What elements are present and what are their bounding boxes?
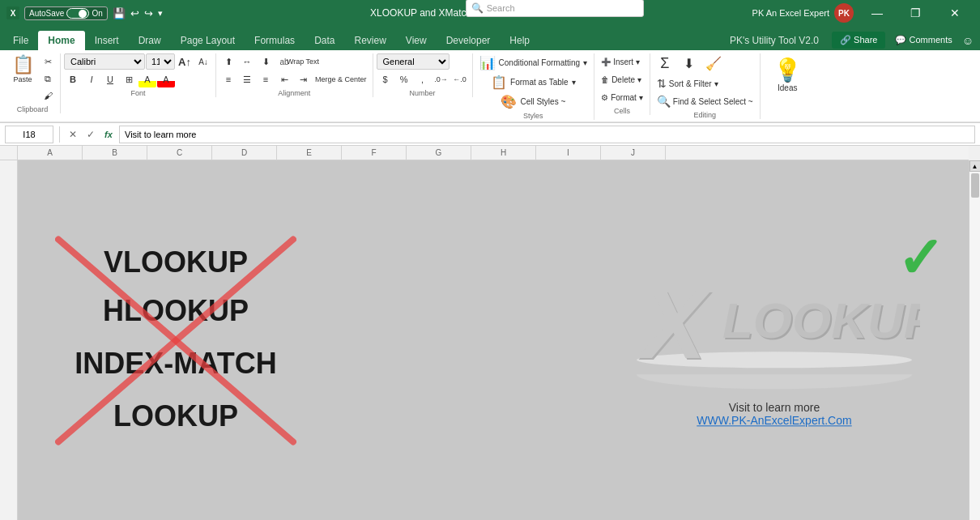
paste-button[interactable]: 📋 Paste: [8, 53, 37, 85]
sort-filter-button[interactable]: ⇅ Sort & Filter ▾: [654, 75, 722, 92]
decimal-dec-button[interactable]: ←.0: [451, 71, 469, 87]
formula-input[interactable]: [119, 126, 975, 143]
font-increase-button[interactable]: A↑: [176, 53, 194, 70]
editing-controls: Σ ⬇ 🧹 ⇅ Sort & Filter ▾ 🔍 Find &: [654, 53, 756, 109]
format-table-label: Format as Table: [510, 78, 569, 87]
tab-page-layout[interactable]: Page Layout: [171, 31, 245, 50]
select-dropdown-label: Select ~: [723, 97, 752, 106]
save-icon[interactable]: 💾: [113, 7, 126, 19]
autosum-button[interactable]: Σ: [654, 53, 676, 74]
borders-button[interactable]: ⊞: [120, 71, 138, 87]
align-center-button[interactable]: ☰: [238, 71, 256, 87]
formula-cancel-button[interactable]: ✕: [66, 127, 80, 142]
formula-confirm-button[interactable]: ✓: [83, 127, 98, 142]
vertical-scrollbar[interactable]: ▲ ▼: [969, 160, 980, 520]
format-dropdown-icon: ▾: [639, 93, 643, 102]
font-decrease-button[interactable]: A↓: [194, 53, 212, 70]
spreadsheet-canvas[interactable]: VLOOKUP HLOOKUP INDEX-MATCH LOOKUP: [18, 160, 969, 520]
clear-button[interactable]: 🧹: [702, 53, 725, 74]
bold-button[interactable]: B: [64, 71, 82, 87]
indent-inc-button[interactable]: ⇥: [294, 71, 312, 87]
cell-styles-button[interactable]: 🎨 Cell Styles ~: [476, 92, 591, 110]
underline-button[interactable]: U: [101, 71, 119, 87]
wrap-text-button[interactable]: Wrap Text: [294, 53, 312, 70]
scroll-thumb[interactable]: [971, 173, 979, 198]
search-box[interactable]: 🔍 Search: [466, 0, 644, 17]
align-middle-button[interactable]: ↔: [238, 53, 256, 70]
styles-label: Styles: [476, 112, 591, 120]
xlookup-display: ✓ X X LOOKUP LOOKUP: [628, 246, 920, 394]
close-button[interactable]: ✕: [936, 0, 974, 26]
tab-draw[interactable]: Draw: [129, 31, 171, 50]
format-table-button[interactable]: 📋 Format as Table ▾: [476, 73, 591, 91]
tab-file[interactable]: File: [3, 31, 38, 50]
format-icon: ⚙: [601, 93, 608, 102]
fill-button[interactable]: ⬇: [678, 53, 701, 74]
customize-icon[interactable]: ▾: [158, 8, 163, 19]
format-button[interactable]: ⚙ Format ▾: [598, 89, 646, 105]
scroll-up-button[interactable]: ▲: [969, 160, 981, 172]
insert-button[interactable]: ➕ Insert ▾: [598, 53, 643, 70]
undo-icon[interactable]: ↩: [130, 7, 139, 19]
ribbon-tabs-row: File Home Insert Draw Page Layout Formul…: [0, 26, 980, 50]
col-header-A: A: [18, 146, 83, 160]
number-format-select[interactable]: General: [377, 53, 450, 70]
conditional-formatting-button[interactable]: 📊 Conditional Formatting ▾: [476, 53, 591, 71]
tab-review[interactable]: Review: [344, 31, 395, 50]
tab-utility-tool[interactable]: PK's Utility Tool V2.0: [722, 31, 825, 50]
percent-button[interactable]: %: [395, 71, 413, 87]
col-header-B: B: [83, 146, 147, 160]
restore-button[interactable]: ❐: [897, 0, 935, 26]
smiley-icon[interactable]: ☺: [962, 34, 974, 47]
tab-developer[interactable]: Developer: [437, 31, 501, 50]
indent-dec-button[interactable]: ⇤: [275, 71, 293, 87]
delete-button[interactable]: 🗑 Delete ▾: [598, 71, 645, 87]
align-bottom-button[interactable]: ⬇: [257, 53, 275, 70]
font-size-select[interactable]: 11: [146, 53, 175, 70]
delete-label: Delete: [611, 75, 635, 84]
scroll-track[interactable]: [969, 172, 980, 520]
search-placeholder: Search: [487, 3, 515, 13]
align-right-button[interactable]: ≡: [257, 71, 275, 87]
autosave-toggle[interactable]: [66, 8, 89, 19]
italic-button[interactable]: I: [83, 71, 100, 87]
editing-row1: Σ ⬇ 🧹: [654, 53, 725, 74]
format-painter-button[interactable]: 🖌: [39, 87, 57, 104]
decimal-inc-button[interactable]: .0→: [432, 71, 450, 87]
insert-label: Insert: [613, 58, 633, 66]
redo-icon[interactable]: ↪: [144, 7, 153, 19]
font-color-button[interactable]: A: [157, 71, 175, 87]
align-left-button[interactable]: ≡: [219, 71, 237, 87]
tab-home[interactable]: Home: [38, 31, 84, 50]
svg-text:X: X: [637, 270, 712, 378]
insert-function-button[interactable]: fx: [101, 127, 116, 142]
font-family-select[interactable]: Calibri: [64, 53, 145, 70]
font-row1: Calibri 11 A↑ A↓: [64, 53, 212, 70]
share-button[interactable]: 🔗 Share: [832, 32, 885, 49]
font-row2: B I U ⊞ A A: [64, 71, 175, 87]
fill-color-button[interactable]: A: [138, 71, 156, 87]
cell-reference-input[interactable]: [5, 126, 53, 143]
comma-button[interactable]: ,: [414, 71, 432, 87]
clipboard-buttons: 📋 Paste ✂ ⧉ 🖌: [8, 53, 57, 104]
currency-button[interactable]: $: [377, 71, 394, 87]
tab-formulas[interactable]: Formulas: [245, 31, 305, 50]
copy-button[interactable]: ⧉: [39, 70, 57, 87]
tab-view[interactable]: View: [396, 31, 437, 50]
number-row1: General: [377, 53, 450, 70]
cell-styles-icon: 🎨: [501, 94, 517, 109]
tab-data[interactable]: Data: [305, 31, 344, 50]
align-top-button[interactable]: ⬆: [219, 53, 237, 70]
group-clipboard: 📋 Paste ✂ ⧉ 🖌 Clipboard: [5, 53, 61, 113]
comments-button[interactable]: 💬 Comments: [888, 32, 958, 49]
column-headers: A B C D E F G H I J: [18, 146, 969, 160]
cut-button[interactable]: ✂: [39, 53, 57, 70]
tab-help[interactable]: Help: [500, 31, 539, 50]
col-header-F: F: [342, 146, 407, 160]
minimize-button[interactable]: —: [859, 0, 896, 26]
tab-insert[interactable]: Insert: [85, 31, 129, 50]
ideas-button[interactable]: 💡 Ideas: [767, 53, 808, 96]
find-select-button[interactable]: 🔍 Find & Select Select ~: [654, 93, 756, 109]
autosave-label: AutoSave: [29, 9, 64, 18]
merge-center-button[interactable]: Merge & Center: [313, 71, 369, 87]
